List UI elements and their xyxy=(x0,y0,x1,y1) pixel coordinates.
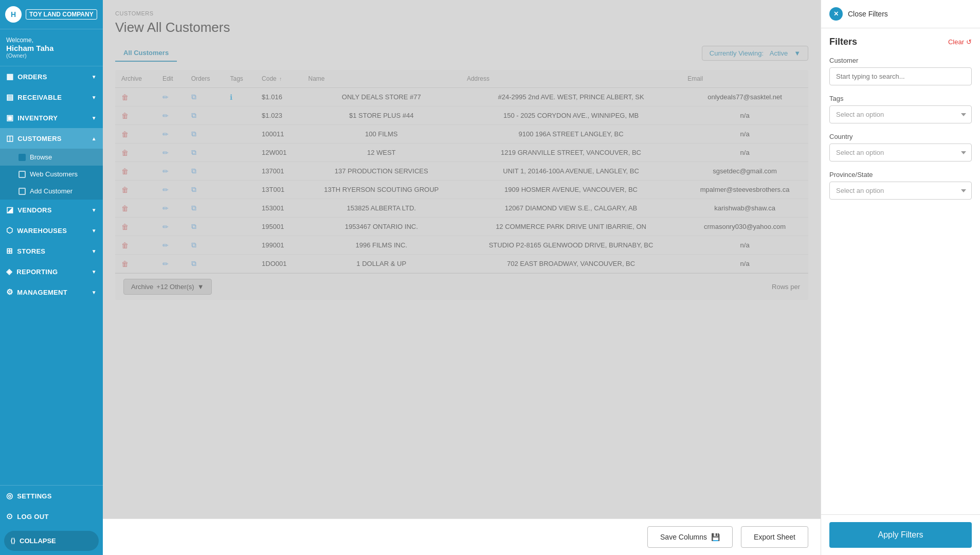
stores-chevron: ▼ xyxy=(92,248,97,254)
reporting-chevron: ▼ xyxy=(92,269,97,275)
nav-item-management[interactable]: ⚙ MANAGEMENT ▼ xyxy=(0,282,103,302)
filters-panel: ✕ Close Filters Filters Clear ↺ Customer… xyxy=(821,0,980,555)
save-icon: 💾 xyxy=(711,533,720,541)
country-filter-select[interactable]: Select an option xyxy=(829,144,972,162)
reporting-icon: ◈ xyxy=(6,267,12,276)
inventory-chevron: ▼ xyxy=(92,115,97,121)
add-customer-check-icon xyxy=(19,188,26,195)
sidebar-bottom: ◎ SETTINGS ⊙ LOG OUT ⟨⟩ COLLAPSE xyxy=(0,485,103,555)
receivable-icon: ▤ xyxy=(6,93,13,102)
filters-title-row: Filters Clear ↺ xyxy=(829,37,972,47)
customer-filter-label: Customer xyxy=(829,57,972,64)
settings-icon: ◎ xyxy=(6,491,13,500)
customers-icon: ◫ xyxy=(6,134,13,143)
collapse-icon: ⟨⟩ xyxy=(10,537,15,545)
bottom-bar: Save Columns 💾 Export Sheet xyxy=(103,518,821,555)
nav-reporting[interactable]: ◈ REPORTING ▼ xyxy=(0,261,103,282)
content-area: CUSTOMERS View All Customers All Custome… xyxy=(103,0,821,518)
tags-filter-label: Tags xyxy=(829,95,972,102)
tags-filter-select[interactable]: Select an option xyxy=(829,105,972,123)
nav-warehouses[interactable]: ⬡ WAREHOUSES ▼ xyxy=(0,220,103,241)
web-customers-check-icon xyxy=(19,171,26,178)
save-columns-button[interactable]: Save Columns 💾 xyxy=(647,526,733,548)
sidebar-item-browse[interactable]: Browse xyxy=(0,149,103,166)
sidebar: H TOY LAND COMPANY Welcome, Hicham Taha … xyxy=(0,0,103,555)
company-name[interactable]: TOY LAND COMPANY xyxy=(26,9,97,20)
stores-icon: ⊞ xyxy=(6,246,13,256)
nav-receivable[interactable]: ▤ RECEIVABLE ▼ xyxy=(0,87,103,108)
filters-clear-button[interactable]: Clear ↺ xyxy=(948,38,972,46)
overlay xyxy=(103,0,821,518)
main-content: CUSTOMERS View All Customers All Custome… xyxy=(103,0,821,555)
sidebar-item-web-customers[interactable]: Web Customers xyxy=(0,166,103,183)
apply-filters-button[interactable]: Apply Filters xyxy=(829,522,972,548)
user-role: (Owner) xyxy=(6,52,97,59)
inventory-icon: ▣ xyxy=(6,113,13,122)
customers-chevron: ▲ xyxy=(92,136,97,141)
receivable-chevron: ▼ xyxy=(92,95,97,100)
nav-vendors[interactable]: ◪ VENDORS ▼ xyxy=(0,200,103,220)
filters-header: ✕ Close Filters xyxy=(821,0,980,28)
nav-item-logout[interactable]: ⊙ LOG OUT xyxy=(0,506,103,527)
close-filters-button[interactable]: ✕ xyxy=(829,7,843,21)
nav-item-receivable[interactable]: ▤ RECEIVABLE ▼ xyxy=(0,87,103,108)
filter-tags: Tags Select an option xyxy=(829,95,972,123)
close-x-icon: ✕ xyxy=(833,10,839,17)
nav-customers[interactable]: ◫ CUSTOMERS ▲ Browse Web Customers Add C… xyxy=(0,128,103,200)
filters-title: Filters xyxy=(829,37,857,47)
collapse-button[interactable]: ⟨⟩ COLLAPSE xyxy=(4,531,99,551)
nav-item-orders[interactable]: ▦ ORDERS ▼ xyxy=(0,66,103,87)
vendors-icon: ◪ xyxy=(6,205,13,214)
nav-orders[interactable]: ▦ ORDERS ▼ xyxy=(0,66,103,87)
nav-inventory[interactable]: ▣ INVENTORY ▼ xyxy=(0,108,103,128)
logout-icon: ⊙ xyxy=(6,512,13,521)
vendors-chevron: ▼ xyxy=(92,207,97,213)
nav-item-customers[interactable]: ◫ CUSTOMERS ▲ xyxy=(0,128,103,149)
orders-icon: ▦ xyxy=(6,72,13,81)
management-chevron: ▼ xyxy=(92,290,97,295)
warehouses-chevron: ▼ xyxy=(92,228,97,234)
filters-footer: Apply Filters xyxy=(821,514,980,555)
sidebar-item-add-customer[interactable]: Add Customer xyxy=(0,183,103,200)
filter-customer: Customer xyxy=(829,57,972,85)
browse-square-icon xyxy=(19,154,26,161)
province-filter-select[interactable]: Select an option xyxy=(829,182,972,200)
nav-item-vendors[interactable]: ◪ VENDORS ▼ xyxy=(0,200,103,220)
user-name: Hicham Taha xyxy=(6,44,97,52)
filter-country: Country Select an option xyxy=(829,133,972,162)
welcome-text: Welcome, xyxy=(6,37,97,44)
export-sheet-button[interactable]: Export Sheet xyxy=(741,526,808,548)
sidebar-welcome: Welcome, Hicham Taha (Owner) xyxy=(0,29,103,66)
warehouses-icon: ⬡ xyxy=(6,226,13,235)
customer-search-input[interactable] xyxy=(829,67,972,85)
nav-stores[interactable]: ⊞ STORES ▼ xyxy=(0,241,103,261)
nav-item-warehouses[interactable]: ⬡ WAREHOUSES ▼ xyxy=(0,220,103,241)
management-icon: ⚙ xyxy=(6,288,13,297)
nav-item-reporting[interactable]: ◈ REPORTING ▼ xyxy=(0,261,103,282)
nav-management[interactable]: ⚙ MANAGEMENT ▼ xyxy=(0,282,103,302)
customers-submenu: Browse Web Customers Add Customer xyxy=(0,149,103,200)
nav-item-inventory[interactable]: ▣ INVENTORY ▼ xyxy=(0,108,103,128)
nav-item-settings[interactable]: ◎ SETTINGS xyxy=(0,486,103,506)
filters-body: Filters Clear ↺ Customer Tags Select an … xyxy=(821,28,980,514)
orders-chevron: ▼ xyxy=(92,74,97,80)
sidebar-header: H TOY LAND COMPANY xyxy=(0,0,103,29)
nav-item-stores[interactable]: ⊞ STORES ▼ xyxy=(0,241,103,261)
country-filter-label: Country xyxy=(829,133,972,140)
refresh-icon: ↺ xyxy=(966,38,972,46)
province-filter-label: Province/State xyxy=(829,171,972,178)
filter-province: Province/State Select an option xyxy=(829,171,972,200)
sidebar-logo: H xyxy=(5,6,22,23)
